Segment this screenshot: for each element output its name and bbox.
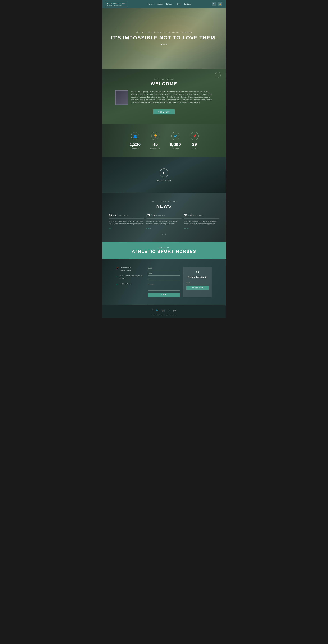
news-num-2: 15 (152, 214, 155, 217)
logo: HORSES CLUB columbia association (106, 1, 127, 7)
news-header: CUM SOLUTA NOBIS ELEI NEWS (109, 201, 219, 209)
contact-address: ✈ 9870 St Vincent Place, Glasgow, DC 45 … (116, 275, 145, 280)
hero-dot-3[interactable] (166, 44, 167, 45)
news-day-3: 31 (184, 214, 188, 217)
welcome-text: Sensectetuer adipiscing elit, sed diam n… (131, 90, 213, 104)
copyright: Copyright © 2015 | Privacy Policy (106, 314, 222, 316)
contact-address-text: 9870 St Vincent Place, Glasgow, DC 45 Fr… (119, 275, 145, 280)
nav-gallery[interactable]: Gallery ▾ (166, 3, 174, 5)
members-icon: 👥 (131, 132, 139, 140)
news-month-1: september (118, 214, 128, 216)
catalog-section: See catalog ATHLETIC SPORT HORSES (102, 242, 226, 259)
news-num-3: 15 (190, 214, 193, 217)
news-next-button[interactable]: › (165, 233, 166, 235)
nav-contacts[interactable]: Contacts (184, 3, 191, 5)
form-email-input[interactable] (148, 272, 180, 276)
news-day-1: 12 (109, 214, 112, 217)
contact-form: send (148, 267, 180, 297)
news-sep-3: / (188, 214, 189, 217)
news-navigation: ‹ › (109, 232, 219, 236)
winners-label: winners (191, 148, 199, 149)
googleplus-icon[interactable]: g+ (173, 309, 176, 312)
news-more-3[interactable]: MORE (184, 228, 189, 229)
news-content: CUM SOLUTA NOBIS ELEI NEWS 12 / 15 septe… (109, 201, 219, 236)
hero-dot-1[interactable] (161, 44, 162, 45)
news-prev-button[interactable]: ‹ (162, 233, 163, 235)
header: HORSES CLUB columbia association Home ▾ … (102, 0, 226, 8)
pinterest-icon[interactable]: p (169, 309, 170, 312)
phone-2: +1 800 889 9898 (120, 269, 131, 272)
stat-members: 👥 1,236 members (129, 132, 141, 149)
contact-info: 📱 +1 800 603 6035 +1 800 889 9898 ✈ 9870… (116, 267, 145, 297)
stats-section: 👥 1,236 members 🏆 45 tournaments 🐦 8,690… (102, 124, 226, 157)
contact-email-text: mail@demolink.org (119, 283, 132, 285)
form-phone-input[interactable] (148, 277, 180, 281)
news-date-2: 03 / 15 november (146, 214, 182, 218)
logo-subtitle: columbia association (107, 4, 126, 6)
play-button[interactable]: ▶ (160, 168, 169, 177)
news-section: CUM SOLUTA NOBIS ELEI NEWS 12 / 15 septe… (102, 193, 226, 242)
contact-phone-text: +1 800 603 6035 +1 800 889 9898 (120, 267, 131, 272)
news-text-2: Adipiscing elit, sed diam nonummy nibh e… (146, 220, 182, 225)
welcome-avatar (115, 90, 128, 105)
subscribe-button[interactable]: subscribe (186, 286, 209, 290)
contact-email: ✉ mail@demolink.org (116, 283, 145, 286)
nav-icons: 🔍 🔒 (212, 2, 222, 6)
news-grid: 12 / 15 september Sensectetuer adipiscin… (109, 214, 219, 229)
welcome-body: Sensectetuer adipiscing elit, sed diam n… (115, 90, 213, 105)
search-button[interactable]: 🔍 (212, 2, 216, 6)
video-section: ▶ Watch the video (102, 157, 226, 193)
contact-section: 📱 +1 800 603 6035 +1 800 889 9898 ✈ 9870… (102, 259, 226, 305)
footer: f 🐦 📷 p g+ Copyright © 2015 | Privacy Po… (102, 305, 226, 318)
scroll-down-button[interactable]: ↓ (215, 72, 221, 78)
news-card-1: 12 / 15 september Sensectetuer adipiscin… (109, 214, 144, 229)
news-date-3: 31 / 15 december (184, 214, 219, 218)
facebook-icon[interactable]: f (152, 309, 152, 312)
nav-blog[interactable]: Blog (177, 3, 181, 5)
news-sep-2: / (151, 214, 151, 217)
form-name-input[interactable] (148, 267, 180, 270)
news-more-1[interactable]: MORE (109, 228, 114, 229)
news-month-2: november (156, 214, 165, 216)
news-title: NEWS (109, 204, 219, 209)
news-text-1: Sensectetuer adipiscing elit, sed diam n… (109, 220, 144, 225)
logo-title: HORSES CLUB (107, 2, 126, 4)
main-nav: Home ▾ About Gallery ▾ Blog Contacts (148, 3, 191, 5)
catalog-title: ATHLETIC SPORT HORSES (106, 249, 222, 254)
send-button[interactable]: send (148, 293, 180, 297)
news-card-3: 31 / 15 december Ce ectetuer adipiscing … (184, 214, 219, 229)
stat-tournaments: 🏆 45 tournaments (150, 132, 160, 149)
news-more-2[interactable]: MORE (146, 228, 151, 229)
form-message-input[interactable] (148, 282, 180, 290)
hero-content: DUIS AUTEM VEL EUM IRIURE DOLOR IN HENDR… (111, 32, 217, 45)
stat-winners: 📌 29 winners (191, 132, 199, 149)
login-button[interactable]: 🔒 (218, 2, 222, 6)
news-sep-1: / (113, 214, 114, 217)
hero-dot-2[interactable] (163, 44, 165, 45)
nav-home[interactable]: Home ▾ (148, 3, 154, 5)
hero-title: IT'S IMPOSSIBLE NOT TO LOVE THEM! (111, 35, 217, 41)
video-content: ▶ Watch the video (106, 168, 222, 182)
more-info-button[interactable]: More info (153, 110, 175, 114)
hero-dots (111, 44, 217, 45)
twitter-icon[interactable]: 🐦 (156, 309, 159, 312)
news-pretitle: CUM SOLUTA NOBIS ELEI (109, 201, 219, 202)
instagram-icon[interactable]: 📷 (162, 309, 166, 312)
news-num-1: 15 (115, 214, 117, 217)
news-text-3: Ce ectetuer adipiscing elit, sed diam no… (184, 220, 219, 225)
social-icons: f 🐦 📷 p g+ (106, 309, 222, 312)
stats-grid: 👥 1,236 members 🏆 45 tournaments 🐦 8,690… (106, 132, 222, 149)
email-icon: ✉ (116, 283, 118, 286)
hero-section: DUIS AUTEM VEL EUM IRIURE DOLOR IN HENDR… (102, 8, 226, 69)
watch-label: Watch the video (106, 180, 222, 182)
hero-subtitle: DUIS AUTEM VEL EUM IRIURE DOLOR IN HENDR (111, 32, 217, 33)
see-catalog-link[interactable]: See catalog (106, 246, 222, 248)
contact-phone: 📱 +1 800 603 6035 +1 800 889 9898 (116, 267, 145, 272)
nav-about[interactable]: About (157, 3, 162, 5)
members-count: 1,236 (129, 142, 141, 147)
location-icon: ✈ (116, 275, 118, 278)
newsletter-box: ✉ Newsletter sign in subscribe (183, 267, 212, 297)
news-day-2: 03 (146, 214, 150, 217)
newsletter-email-input[interactable] (186, 280, 209, 284)
stat-followers: 🐦 8,690 followers (170, 132, 181, 149)
